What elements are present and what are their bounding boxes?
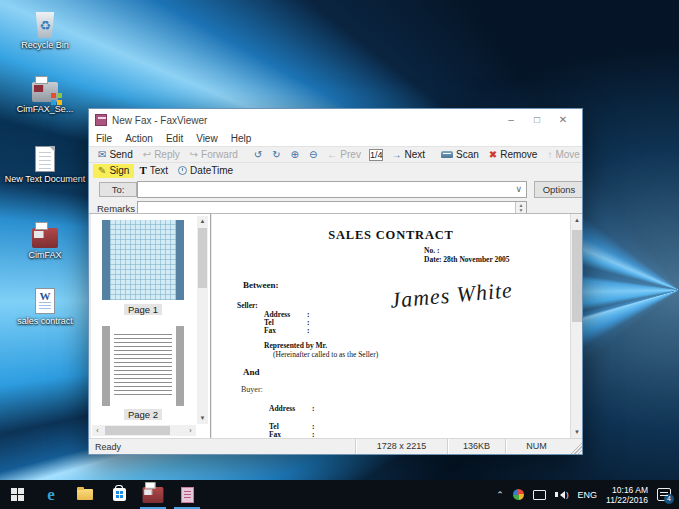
to-button[interactable]: To: bbox=[99, 182, 137, 197]
start-button[interactable] bbox=[0, 480, 34, 509]
datetime-button[interactable]: DateTime bbox=[173, 164, 238, 178]
send-button[interactable]: ✉ Send bbox=[93, 148, 138, 162]
panel-horizontal-scrollbar[interactable]: ‹ › bbox=[92, 425, 196, 436]
close-button[interactable]: ✕ bbox=[550, 109, 576, 131]
signature-annotation[interactable]: James White bbox=[389, 272, 570, 314]
main-toolbar: ✉ Send ↩ Reply ↪ Forward ↺ ↻ ⊕ ⊖ ← Prev … bbox=[89, 146, 582, 162]
window-title: New Fax - FaxViewer bbox=[112, 115, 498, 126]
scrollbar-thumb[interactable] bbox=[105, 426, 170, 435]
page-indicator[interactable]: 1/4 bbox=[369, 149, 384, 161]
desktop-icon-label: CimFAX_Se... bbox=[2, 104, 88, 114]
taskbar-edge-button[interactable]: e bbox=[34, 480, 68, 509]
zoom-in-button[interactable]: ⊕ bbox=[286, 148, 304, 162]
menu-action[interactable]: Action bbox=[125, 133, 153, 144]
sign-button[interactable]: ✎ Sign bbox=[93, 164, 134, 178]
panel-vertical-scrollbar[interactable]: ▲ ▼ bbox=[197, 216, 208, 424]
word-doc-icon: W bbox=[35, 288, 55, 314]
document-vertical-scrollbar[interactable]: ▲ ▼ bbox=[570, 214, 582, 438]
scroll-down-icon[interactable]: ▼ bbox=[197, 413, 208, 424]
doc-colon: : bbox=[312, 430, 315, 438]
remove-button[interactable]: ✖ Remove bbox=[484, 148, 543, 162]
content-area: Page 1 Page 2 ▲ ▼ ‹ › SALES CONTRACT bbox=[89, 213, 582, 438]
desktop-icon-sales-contract[interactable]: W sales contract bbox=[2, 284, 88, 326]
minimize-button[interactable]: – bbox=[498, 109, 524, 131]
desktop-icon-label: CimFAX bbox=[2, 250, 88, 260]
maximize-button[interactable]: □ bbox=[524, 109, 550, 131]
rotate-left-icon: ↺ bbox=[254, 150, 262, 160]
volume-icon[interactable]: ) bbox=[555, 490, 569, 499]
desktop-icon-recycle-bin[interactable]: ♻ Recycle Bin bbox=[2, 8, 88, 50]
page1-label[interactable]: Page 1 bbox=[91, 304, 195, 315]
to-combobox[interactable]: ∨ bbox=[137, 181, 527, 198]
faxviewer-window: New Fax - FaxViewer – □ ✕ File Action Ed… bbox=[88, 108, 583, 455]
recipient-row: To: ∨ Options bbox=[89, 178, 582, 201]
status-num-lock: NUM bbox=[505, 439, 567, 454]
taskbar-explorer-button[interactable] bbox=[68, 480, 102, 509]
forward-button: ↪ Forward bbox=[185, 148, 243, 162]
language-indicator[interactable]: ENG bbox=[578, 490, 598, 500]
scan-button[interactable]: Scan bbox=[436, 148, 484, 162]
display-icon[interactable] bbox=[533, 490, 546, 500]
options-button[interactable]: Options bbox=[534, 181, 583, 198]
rotate-left-button[interactable]: ↺ bbox=[249, 148, 267, 162]
network-status-icon[interactable] bbox=[513, 489, 524, 500]
clock-icon bbox=[178, 166, 187, 175]
doc-colon: : bbox=[312, 404, 315, 413]
windows-logo-icon bbox=[11, 488, 24, 501]
move-up-button: ↑ Move Up bbox=[542, 148, 582, 162]
tray-expand-icon[interactable]: ⌃ bbox=[496, 490, 504, 500]
menu-view[interactable]: View bbox=[196, 133, 218, 144]
page2-label[interactable]: Page 2 bbox=[91, 409, 195, 420]
page1-thumbnail[interactable] bbox=[102, 220, 184, 300]
document-view: SALES CONTRACT No. : Date: 28th November… bbox=[212, 214, 582, 438]
doc-buyer: Buyer: bbox=[241, 385, 263, 394]
doc-and: And bbox=[243, 367, 260, 377]
page2-thumbnail[interactable] bbox=[102, 326, 184, 406]
reply-icon: ↩ bbox=[143, 150, 151, 160]
to-input[interactable] bbox=[141, 183, 512, 196]
send-icon: ✉ bbox=[98, 150, 106, 160]
title-bar[interactable]: New Fax - FaxViewer – □ ✕ bbox=[89, 109, 582, 131]
taskbar-cimfax-button[interactable] bbox=[136, 480, 170, 509]
next-page-button[interactable]: → Next bbox=[386, 148, 430, 162]
resize-grip[interactable] bbox=[567, 439, 582, 454]
menu-file[interactable]: File bbox=[96, 133, 112, 144]
desktop-icon-label: sales contract bbox=[2, 316, 88, 326]
clock[interactable]: 10:16 AM 11/22/2016 bbox=[606, 485, 648, 505]
doc-no-line: No. : bbox=[424, 246, 439, 255]
zoom-out-button[interactable]: ⊖ bbox=[304, 148, 322, 162]
scrollbar-thumb[interactable] bbox=[572, 230, 582, 322]
taskbar-store-button[interactable] bbox=[102, 480, 136, 509]
desktop-icon-new-text-document[interactable]: New Text Document bbox=[2, 142, 88, 184]
menu-edit[interactable]: Edit bbox=[166, 133, 183, 144]
scroll-down-icon[interactable]: ▼ bbox=[571, 426, 583, 438]
doc-buyer-fax: Fax bbox=[269, 430, 281, 438]
fax-document-icon bbox=[181, 487, 194, 503]
text-button[interactable]: T Text bbox=[134, 164, 173, 178]
rotate-right-button[interactable]: ↻ bbox=[267, 148, 285, 162]
doc-represented: Represented by Mr. bbox=[264, 341, 327, 350]
reply-button: ↩ Reply bbox=[138, 148, 185, 162]
scroll-left-icon[interactable]: ‹ bbox=[92, 425, 103, 436]
notification-center-icon[interactable]: 4 bbox=[657, 488, 671, 501]
app-icon bbox=[95, 114, 107, 126]
menu-bar: File Action Edit View Help bbox=[89, 131, 582, 146]
menu-help[interactable]: Help bbox=[231, 133, 252, 144]
desktop-icon-cimfax-setup[interactable]: CimFAX_Se... bbox=[2, 72, 88, 114]
scroll-up-icon[interactable]: ▲ bbox=[197, 216, 208, 227]
taskbar-faxviewer-button[interactable] bbox=[170, 480, 204, 509]
recycle-bin-icon: ♻ bbox=[35, 12, 56, 38]
doc-seller-fax: Fax bbox=[264, 326, 276, 335]
scrollbar-thumb[interactable] bbox=[198, 228, 207, 288]
scroll-up-icon[interactable]: ▲ bbox=[571, 214, 583, 226]
remarks-input[interactable] bbox=[141, 203, 512, 213]
clock-date: 11/22/2016 bbox=[606, 495, 648, 505]
document-page[interactable]: SALES CONTRACT No. : Date: 28th November… bbox=[212, 214, 570, 438]
status-bar: Ready 1728 x 2215 136KB NUM bbox=[89, 438, 582, 454]
text-file-icon bbox=[35, 146, 55, 172]
chevron-down-icon[interactable]: ∨ bbox=[515, 184, 522, 194]
desktop-icon-cimfax[interactable]: CimFAX bbox=[2, 218, 88, 260]
scroll-right-icon[interactable]: › bbox=[185, 425, 196, 436]
doc-colon: : bbox=[307, 326, 310, 335]
doc-seller: Seller: bbox=[237, 301, 258, 310]
